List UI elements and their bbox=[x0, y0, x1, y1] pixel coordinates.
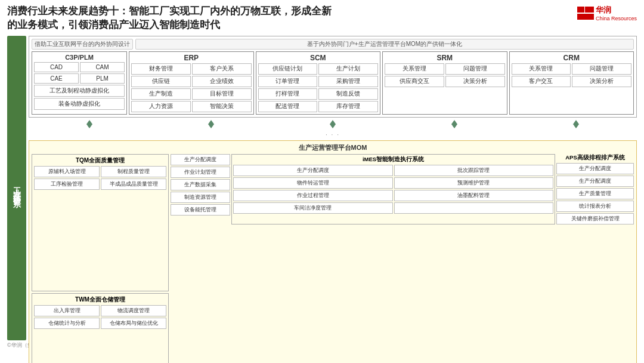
c3p-box: C3P/PLM CAD CAM CAE PLM 工艺及制程动静虚拟化 装备动静虚… bbox=[32, 51, 127, 115]
erp-item-1: 财务管理 bbox=[131, 63, 191, 75]
twm-title: TWM全面仓储管理 bbox=[34, 296, 166, 304]
erp-title: ERP bbox=[131, 54, 252, 62]
c3p-cam: CAM bbox=[80, 62, 125, 72]
header: 消费行业未来发展趋势十：智能工厂实现工厂内外的万物互联，形成全新 的业务模式，引… bbox=[7, 5, 637, 32]
c3p-virtual: 工艺及制程动静虚拟化 bbox=[34, 85, 125, 97]
srm-item-2: 问题管理 bbox=[445, 63, 505, 75]
page-title: 消费行业未来发展趋势十：智能工厂实现工厂内外的万物互联，形成全新 的业务模式，引… bbox=[7, 5, 332, 32]
c3p-cae: CAE bbox=[34, 73, 79, 84]
arrow-up-2 bbox=[208, 120, 214, 124]
twm-section: TWM全面仓储管理 出入库管理 物流调度管理 仓储统计与分析 仓储布局与储位优化 bbox=[32, 293, 169, 363]
page-wrapper: 消费行业未来发展趋势十：智能工厂实现工厂内外的万物互联，形成全新 的业务模式，引… bbox=[0, 0, 644, 363]
mom-a-4: 制造资源管理 bbox=[171, 192, 230, 203]
aps-3: 生产质量管理 bbox=[556, 188, 634, 199]
tqm-section: TQM全面质量管理 原辅料入场管理 制程质量管理 工序检验管理 半成品成品质量管… bbox=[32, 154, 169, 291]
top-label-left: 借助工业互联网平台的内外协同设计 bbox=[32, 39, 133, 50]
imes-5: 作业过程管理 bbox=[233, 190, 393, 201]
srm-item-1: 关系管理 bbox=[385, 63, 444, 75]
arrow-5 bbox=[573, 120, 579, 128]
scm-title: SCM bbox=[258, 54, 379, 62]
svg-rect-0 bbox=[577, 7, 584, 13]
imes-1: 生产分配调度 bbox=[233, 165, 393, 176]
aps-2: 生产分配调度 bbox=[556, 176, 634, 187]
aps-4: 统计报表分析 bbox=[556, 201, 634, 212]
scm-grid: 供应链计划 生产计划 订单管理 采购管理 打样管理 制造反馈 配送管理 库存管理 bbox=[258, 63, 379, 112]
scm-item-3: 订单管理 bbox=[258, 76, 318, 87]
erp-box: ERP 财务管理 客户关系 供应链 企业绩效 生产制造 目标管理 人力资源 智能… bbox=[129, 51, 254, 115]
crm-item-3: 客户交互 bbox=[512, 76, 571, 87]
aps-title: APS高级排程排产系统 bbox=[556, 154, 634, 162]
scm-item-6: 制造反馈 bbox=[318, 88, 378, 100]
scm-item-2: 生产计划 bbox=[318, 63, 378, 75]
arrow-1 bbox=[86, 120, 92, 128]
tqm-grid: 原辅料入场管理 制程质量管理 工序检验管理 半成品成品质量管理 bbox=[34, 166, 166, 190]
tqm-title: TQM全面质量管理 bbox=[34, 156, 166, 165]
scm-box: SCM 供应链计划 生产计划 订单管理 采购管理 打样管理 制造反馈 配送管理 … bbox=[256, 51, 381, 115]
top-boxes-row: C3P/PLM CAD CAM CAE PLM 工艺及制程动静虚拟化 装备动静虚… bbox=[32, 51, 634, 115]
c3p-title: C3P/PLM bbox=[34, 54, 125, 61]
erp-item-2: 客户关系 bbox=[192, 63, 252, 75]
tqm-item-3: 工序检验管理 bbox=[34, 179, 100, 190]
erp-item-3: 供应链 bbox=[131, 76, 191, 87]
scm-item-1: 供应链计划 bbox=[258, 63, 318, 75]
arrows-row bbox=[29, 119, 637, 129]
crm-grid: 关系管理 问题管理 客户交互 决策分析 bbox=[512, 63, 632, 87]
mom-a-2: 作业计划管理 bbox=[171, 167, 230, 178]
top-section-header: 借助工业互联网平台的内外协同设计 基于内外协同门户+生产运营管理平台MOM的产供… bbox=[32, 39, 634, 50]
erp-item-5: 生产制造 bbox=[131, 88, 191, 100]
twm-item-3: 仓储统计与分析 bbox=[34, 318, 100, 329]
erp-item-4: 企业绩效 bbox=[192, 76, 252, 87]
crm-item-1: 关系管理 bbox=[512, 63, 571, 75]
arrow-up-3 bbox=[330, 120, 336, 124]
arrow-down-3 bbox=[330, 124, 336, 128]
c3p-equipment: 装备动静虚拟化 bbox=[34, 98, 125, 110]
erp-item-6: 目标管理 bbox=[192, 88, 252, 100]
logo-area: 华润 China Resources bbox=[577, 5, 637, 21]
svg-rect-1 bbox=[585, 7, 594, 13]
srm-box: SRM 关系管理 问题管理 供应商交互 决策分析 bbox=[382, 51, 507, 115]
imes-6: 油墨配料管理 bbox=[394, 190, 554, 201]
top-label-right: 基于内外协同门户+生产运营管理平台MOM的产供销一体化 bbox=[135, 39, 634, 50]
mom-main: 生产分配调度 作业计划管理 生产数据采集 制造资源管理 设备能托管理 iMES智… bbox=[171, 154, 634, 363]
aps-right-area: APS高级排程排产系统 生产分配调度 生产分配调度 生产质量管理 统计报表分析 … bbox=[556, 154, 634, 224]
imes-2: 批次跟踪管理 bbox=[394, 165, 554, 176]
dotted-row: · · · bbox=[29, 131, 637, 139]
logo-icon bbox=[577, 7, 594, 20]
arrow-up-5 bbox=[573, 120, 579, 124]
imes-4: 预测维护管理 bbox=[394, 177, 554, 189]
scm-item-7: 配送管理 bbox=[258, 101, 318, 112]
scm-item-4: 采购管理 bbox=[318, 76, 378, 87]
aps-1: 生产分配调度 bbox=[556, 163, 634, 174]
arrow-3 bbox=[330, 120, 336, 128]
srm-item-3: 供应商交互 bbox=[385, 76, 444, 87]
c3p-cad: CAD bbox=[34, 62, 79, 72]
mom-a-3: 生产数据采集 bbox=[171, 179, 230, 190]
imes-grid: 生产分配调度 批次跟踪管理 物件转运管理 预测维护管理 作业过程管理 油墨配料管… bbox=[233, 165, 553, 214]
mom-col-a: 生产分配调度 作业计划管理 生产数据采集 制造资源管理 设备能托管理 bbox=[171, 154, 230, 224]
left-sidebar: 工业安全防护体系 bbox=[7, 36, 26, 340]
crm-item-4: 决策分析 bbox=[572, 76, 631, 87]
arrow-down-4 bbox=[451, 124, 457, 128]
aps-5: 关键件磨损补偿管理 bbox=[556, 213, 634, 224]
c3p-grid: CAD CAM CAE PLM 工艺及制程动静虚拟化 装备动静虚拟化 bbox=[34, 62, 125, 110]
arrow-down-1 bbox=[86, 124, 92, 128]
erp-grid: 财务管理 客户关系 供应链 企业绩效 生产制造 目标管理 人力资源 智能决策 bbox=[131, 63, 252, 112]
top-section: 借助工业互联网平台的内外协同设计 基于内外协同门户+生产运营管理平台MOM的产供… bbox=[29, 36, 637, 118]
imes-7: 车间洁净度管理 bbox=[233, 202, 393, 214]
srm-grid: 关系管理 问题管理 供应商交互 决策分析 bbox=[385, 63, 505, 87]
twm-item-4: 仓储布局与储位优化 bbox=[101, 318, 166, 329]
twm-item-2: 物流调度管理 bbox=[101, 305, 166, 316]
crm-box: CRM 关系管理 问题管理 客户交互 决策分析 bbox=[509, 51, 634, 115]
svg-rect-2 bbox=[577, 14, 594, 20]
arrow-up-4 bbox=[451, 120, 457, 124]
twm-item-1: 出入库管理 bbox=[34, 305, 100, 316]
erp-item-7: 人力资源 bbox=[131, 101, 191, 112]
mom-platform-title: 生产运营管理平台MOM bbox=[32, 143, 634, 152]
right-content: 借助工业互联网平台的内外协同设计 基于内外协同门户+生产运营管理平台MOM的产供… bbox=[29, 36, 637, 340]
arrow-down-5 bbox=[573, 124, 579, 128]
arrow-4 bbox=[451, 120, 457, 128]
scm-item-8: 库存管理 bbox=[318, 101, 378, 112]
tqm-twm-area: TQM全面质量管理 原辅料入场管理 制程质量管理 工序检验管理 半成品成品质量管… bbox=[32, 154, 169, 363]
mom-a-1: 生产分配调度 bbox=[171, 154, 230, 165]
arrow-up-1 bbox=[86, 120, 92, 124]
